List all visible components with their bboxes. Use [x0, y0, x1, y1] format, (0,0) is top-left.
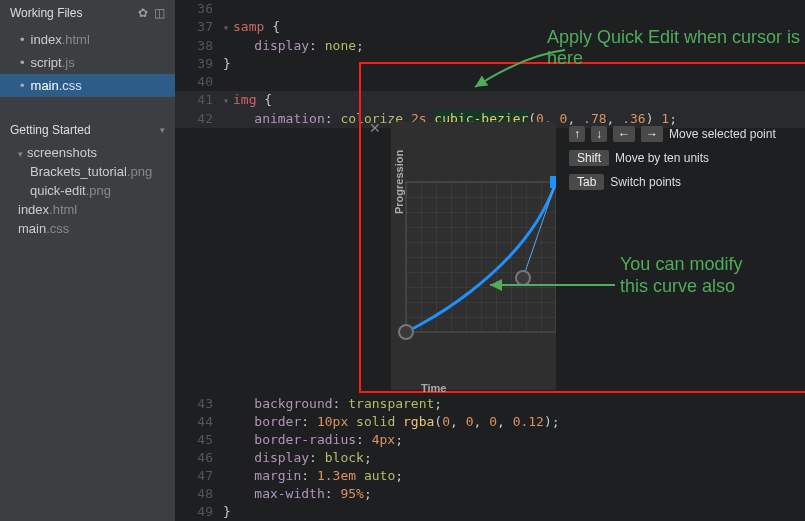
tree-item[interactable]: index.html — [0, 200, 175, 219]
tree-folder[interactable]: ▾screenshots — [0, 143, 175, 162]
hint-row: ShiftMove by ten units — [569, 150, 776, 166]
bullet-icon: • — [20, 32, 25, 47]
code-line[interactable]: 37▾samp { — [175, 18, 805, 37]
key-shift: Shift — [569, 150, 609, 166]
line-number: 40 — [175, 73, 223, 91]
key-↓: ↓ — [591, 126, 607, 142]
split-icon[interactable]: ◫ — [154, 6, 165, 20]
key-→: → — [641, 126, 663, 142]
bullet-icon: • — [20, 55, 25, 70]
bezier-curve-svg[interactable] — [391, 122, 556, 390]
line-number: 44 — [175, 413, 223, 431]
line-number: 42 — [175, 110, 223, 128]
axis-x-label: Time — [421, 382, 446, 394]
code-line[interactable]: 38 display: none; — [175, 37, 805, 55]
code-line[interactable]: 48 max-width: 95%; — [175, 485, 805, 503]
key-tab: Tab — [569, 174, 604, 190]
line-number: 41 — [175, 91, 223, 109]
project-header[interactable]: Getting Started ▾ — [0, 117, 175, 143]
close-icon[interactable]: ✕ — [369, 120, 381, 136]
working-files-list: •index.html•script.js•main.css — [0, 26, 175, 99]
tree-item[interactable]: quick-edit.png — [0, 181, 175, 200]
working-file-item[interactable]: •main.css — [0, 74, 175, 97]
tree-item[interactable]: Brackets_tutorial.png — [0, 162, 175, 181]
bezier-p3[interactable] — [550, 176, 556, 188]
line-number: 43 — [175, 395, 223, 413]
line-number: 47 — [175, 467, 223, 485]
svg-rect-1 — [406, 182, 556, 332]
key-←: ← — [613, 126, 635, 142]
chevron-down-icon: ▾ — [160, 125, 165, 135]
code-line[interactable]: 45 border-radius: 4px; — [175, 431, 805, 449]
hint-text: Move selected point — [669, 127, 776, 141]
bezier-p2[interactable] — [516, 271, 530, 285]
hint-text: Move by ten units — [615, 151, 709, 165]
code-line[interactable]: 36 — [175, 0, 805, 18]
code-line[interactable]: 49} — [175, 503, 805, 521]
line-number: 39 — [175, 55, 223, 73]
working-files-title: Working Files — [10, 6, 138, 20]
fold-icon[interactable]: ▾ — [223, 19, 229, 37]
quick-edit-hints: ↑↓←→Move selected pointShiftMove by ten … — [569, 126, 776, 198]
working-file-item[interactable]: •index.html — [0, 28, 175, 51]
bezier-grid[interactable] — [391, 122, 556, 390]
line-number: 49 — [175, 503, 223, 521]
working-files-header: Working Files ✿ ◫ — [0, 0, 175, 26]
hint-text: Switch points — [610, 175, 681, 189]
gear-icon[interactable]: ✿ — [138, 6, 148, 20]
fold-icon[interactable]: ▾ — [223, 92, 229, 110]
working-file-item[interactable]: •script.js — [0, 51, 175, 74]
hint-row: ↑↓←→Move selected point — [569, 126, 776, 142]
sidebar: Working Files ✿ ◫ •index.html•script.js•… — [0, 0, 175, 521]
bezier-p0[interactable] — [399, 325, 413, 339]
code-line[interactable]: 43 background: transparent; — [175, 395, 805, 413]
axis-y-label: Progression — [393, 150, 405, 214]
line-number: 46 — [175, 449, 223, 467]
hint-row: TabSwitch points — [569, 174, 776, 190]
line-number: 45 — [175, 431, 223, 449]
line-number: 36 — [175, 0, 223, 18]
line-number: 48 — [175, 485, 223, 503]
line-number: 38 — [175, 37, 223, 55]
tree-item[interactable]: main.css — [0, 219, 175, 238]
chevron-down-icon: ▾ — [18, 149, 23, 159]
code-line[interactable]: 44 border: 10px solid rgba(0, 0, 0, 0.12… — [175, 413, 805, 431]
editor[interactable]: 3637▾samp {38 display: none;39}4041▾img … — [175, 0, 805, 521]
code-line[interactable]: 46 display: block; — [175, 449, 805, 467]
bullet-icon: • — [20, 78, 25, 93]
quick-edit-panel: ✕ Progression Ti — [359, 62, 805, 393]
code-line[interactable]: 47 margin: 1.3em auto; — [175, 467, 805, 485]
line-number: 37 — [175, 18, 223, 36]
key-↑: ↑ — [569, 126, 585, 142]
project-tree: ▾screenshotsBrackets_tutorial.pngquick-e… — [0, 143, 175, 238]
